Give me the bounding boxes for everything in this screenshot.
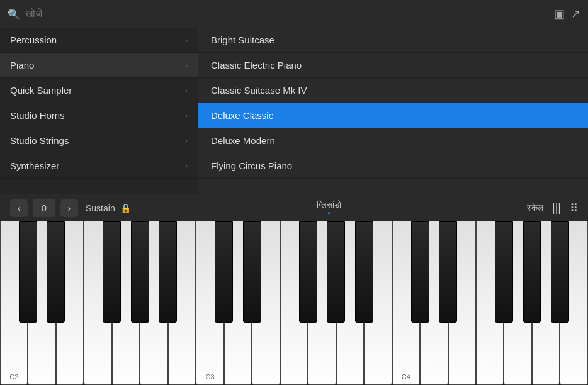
instrument-label: Deluxe Classic	[211, 110, 273, 121]
chevron-icon: ›	[185, 111, 188, 120]
category-label: Piano	[10, 60, 34, 70]
sustain-label: Sustain	[86, 203, 115, 213]
glissando-center: ग्लिसांडो ●	[136, 200, 522, 216]
category-label: Synthesizer	[10, 160, 59, 171]
instrument-label: Deluxe Modern	[211, 135, 275, 146]
piano-keys-container: C2C3C4	[0, 221, 588, 385]
black-key[interactable]	[551, 221, 569, 323]
chevron-icon: ›	[185, 36, 188, 45]
note-label: C3	[205, 373, 214, 381]
instrument-bright-suitcase[interactable]: Bright Suitcase	[198, 28, 588, 53]
black-key[interactable]	[159, 221, 177, 323]
black-key[interactable]	[355, 221, 373, 323]
right-controls: स्केल ||| ⠿	[527, 201, 578, 215]
scale-label[interactable]: स्केल	[527, 203, 543, 213]
black-key[interactable]	[103, 221, 121, 323]
black-key[interactable]	[243, 221, 261, 323]
instrument-deluxe-modern[interactable]: Deluxe Modern	[198, 128, 588, 153]
sidebar-item-quick-sampler[interactable]: Quick Sampler ›	[0, 78, 198, 103]
number-input[interactable]	[33, 199, 55, 217]
sidebar-item-studio-horns[interactable]: Studio Horns ›	[0, 103, 198, 128]
dots-icon[interactable]: ⠿	[570, 201, 578, 215]
chevron-icon: ›	[185, 61, 188, 70]
main-area: Percussion › Piano › Quick Sampler › Stu…	[0, 28, 588, 209]
glissando-label[interactable]: ग्लिसांडो	[317, 200, 341, 210]
sidebar-item-piano[interactable]: Piano ›	[0, 53, 198, 78]
black-key[interactable]	[495, 221, 513, 323]
instrument-label: Flying Circus Piano	[211, 160, 292, 171]
black-key[interactable]	[299, 221, 317, 323]
controls-bar: ‹ › Sustain 🔒 ग्लिसांडो ● स्केल ||| ⠿	[0, 194, 588, 221]
sidebar-item-studio-strings[interactable]: Studio Strings ›	[0, 128, 198, 153]
category-list: Percussion › Piano › Quick Sampler › Stu…	[0, 28, 198, 209]
instrument-classic-suitcase-mk-iv[interactable]: Classic Suitcase Mk IV	[198, 78, 588, 103]
category-label: Studio Horns	[10, 110, 65, 121]
black-key[interactable]	[411, 221, 429, 323]
piano-grid-icon[interactable]: |||	[552, 201, 561, 215]
sidebar-item-percussion[interactable]: Percussion ›	[0, 28, 198, 53]
black-key[interactable]	[47, 221, 65, 323]
black-key[interactable]	[439, 221, 457, 323]
window-icon[interactable]: ▣	[554, 7, 565, 21]
black-key[interactable]	[215, 221, 233, 323]
piano-keyboard: C2C3C4	[0, 221, 588, 385]
search-input[interactable]	[25, 8, 549, 20]
instrument-deluxe-classic[interactable]: Deluxe Classic	[198, 103, 588, 128]
instrument-list: Bright Suitcase Classic Electric Piano C…	[198, 28, 588, 209]
black-key[interactable]	[523, 221, 541, 323]
next-button[interactable]: ›	[60, 199, 78, 217]
collapse-icon[interactable]: ↗	[571, 7, 580, 21]
black-key[interactable]	[327, 221, 345, 323]
instrument-label: Classic Suitcase Mk IV	[211, 85, 307, 96]
category-label: Percussion	[10, 35, 57, 45]
sidebar-item-synthesizer[interactable]: Synthesizer ›	[0, 153, 198, 179]
note-label: C4	[402, 373, 410, 381]
category-label: Studio Strings	[10, 135, 69, 146]
category-label: Quick Sampler	[10, 85, 72, 96]
black-key[interactable]	[19, 221, 37, 323]
search-right-icons: ▣ ↗	[554, 7, 580, 21]
search-icon: 🔍	[8, 8, 20, 20]
instrument-label: Bright Suitcase	[211, 35, 274, 45]
instrument-flying-circus-piano[interactable]: Flying Circus Piano	[198, 153, 588, 179]
chevron-icon: ›	[185, 162, 188, 170]
chevron-icon: ›	[185, 137, 188, 145]
note-label: C2	[9, 373, 18, 381]
black-key[interactable]	[131, 221, 149, 323]
lock-icon[interactable]: 🔒	[120, 203, 131, 213]
glissando-dot: ●	[327, 210, 331, 216]
search-bar: 🔍 ▣ ↗	[0, 0, 588, 28]
chevron-icon: ›	[185, 86, 188, 95]
instrument-classic-electric-piano[interactable]: Classic Electric Piano	[198, 53, 588, 78]
prev-button[interactable]: ‹	[10, 199, 28, 217]
instrument-label: Classic Electric Piano	[211, 60, 302, 70]
